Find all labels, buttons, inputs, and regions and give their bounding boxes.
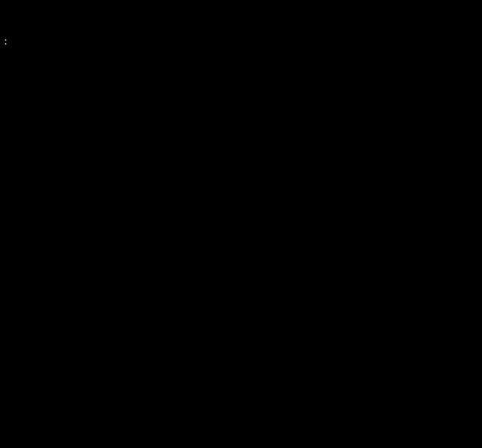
terminal-output: : bbox=[3, 37, 14, 48]
